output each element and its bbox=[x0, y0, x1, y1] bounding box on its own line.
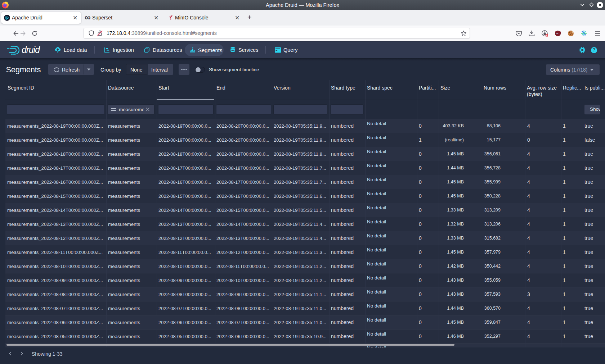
svg-text:uO: uO bbox=[556, 32, 559, 35]
